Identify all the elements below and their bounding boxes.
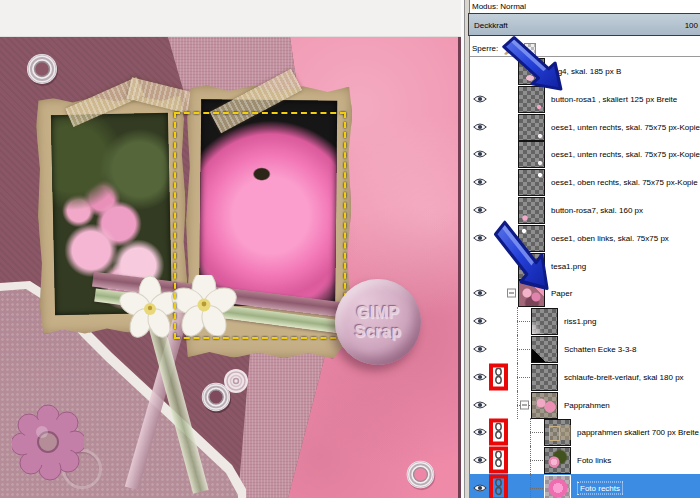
layer-name: Schatten Ecke 3-3-8: [564, 345, 636, 354]
opacity-label: Deckkraft: [474, 21, 508, 30]
eye-icon[interactable]: [473, 483, 488, 493]
eye-icon[interactable]: [473, 149, 488, 159]
gimp-screenshot: GIMP Scrap Modus:Normal Deckkraft 100 Sp…: [0, 0, 700, 498]
eye-icon[interactable]: [473, 344, 488, 354]
layer-name: Foto rechts: [577, 482, 623, 495]
annotation-red-box: [489, 447, 508, 474]
layer-thumbnail[interactable]: [518, 141, 545, 168]
layer-name: tesa1.png: [551, 261, 586, 270]
gimp-scrap-button: GIMP Scrap: [335, 279, 421, 365]
eye-icon-hidden[interactable]: [473, 261, 488, 271]
canvas-top-margin: [0, 0, 461, 37]
layer-name: riss1.png: [564, 317, 596, 326]
tree-connector: [517, 321, 530, 322]
layer-mode-label: Modus:: [472, 2, 498, 11]
layers-panel: Modus:Normal Deckkraft 100 Sperre: tag4,…: [461, 0, 700, 498]
chain-link-icon[interactable]: [494, 423, 503, 442]
tree-connector: [530, 460, 543, 461]
lock-label: Sperre:: [472, 44, 498, 53]
eye-icon[interactable]: [473, 205, 488, 215]
eyelet-ring: [23, 50, 61, 88]
panel-left-border: [461, 0, 470, 498]
eye-icon[interactable]: [473, 455, 488, 465]
layer-thumbnail[interactable]: [531, 364, 558, 391]
selection-marching-ants: [174, 112, 346, 339]
layer-row[interactable]: Schatten Ecke 3-3-8: [470, 335, 700, 363]
badge-line1: GIMP: [357, 304, 400, 322]
layer-thumbnail[interactable]: [531, 336, 558, 363]
layer-row[interactable]: Papprahmen: [470, 391, 700, 419]
layer-name: button-rosa1 , skaliert 125 px Breite: [551, 94, 677, 103]
layer-mode-row[interactable]: Modus:Normal: [472, 2, 528, 13]
badge-line2: Scrap: [355, 323, 402, 341]
tree-connector: [530, 488, 543, 489]
eye-icon-hidden[interactable]: [473, 66, 488, 76]
eye-icon[interactable]: [473, 400, 488, 410]
layer-name: Papprahmen: [564, 400, 610, 409]
eye-icon[interactable]: [473, 372, 488, 382]
layer-row[interactable]: Foto links: [470, 446, 700, 474]
layer-name: schlaufe-breit-verlauf, skal 180 px: [564, 372, 684, 381]
layer-name: button-rosa7, skal. 160 px: [551, 206, 643, 215]
eye-icon[interactable]: [473, 122, 488, 132]
layer-thumbnail[interactable]: [518, 114, 545, 141]
layer-name: oese1, unten rechts, skal. 75x75 px-Kopi…: [551, 150, 700, 159]
layer-row[interactable]: oese1, unten rechts, skal. 75x75 px-Kopi…: [470, 113, 700, 141]
annotation-red-box: [489, 475, 508, 498]
eye-icon[interactable]: [473, 177, 488, 187]
annotation-red-box: [489, 419, 508, 446]
chain-link-icon[interactable]: [494, 479, 503, 498]
annotation-arrow: [500, 34, 564, 92]
layer-name: oese1, oben links, skal. 75x75 px: [551, 233, 669, 242]
layer-row[interactable]: oese1, oben rechts, skal. 75x75 px-Kopie: [470, 168, 700, 196]
layer-name: oese1, unten rechts, skal. 75x75 px-Kopi…: [551, 122, 700, 131]
layer-name: oese1, oben rechts, skal. 75x75 px-Kopie: [551, 178, 698, 187]
layer-mode-value[interactable]: Normal: [500, 2, 526, 11]
flower-brad: [12, 402, 84, 492]
eye-icon[interactable]: [473, 94, 488, 104]
group-expander-icon[interactable]: [520, 400, 529, 409]
eye-icon[interactable]: [473, 316, 488, 326]
layer-thumbnail[interactable]: [531, 392, 558, 419]
canvas-area[interactable]: GIMP Scrap: [0, 0, 461, 498]
eyelet-ring: [198, 379, 234, 415]
layer-name: papprahmen skaliert 700 px Breite: [577, 428, 699, 437]
layer-thumbnail[interactable]: [544, 447, 571, 474]
eye-icon[interactable]: [473, 427, 488, 437]
layer-name: Foto links: [577, 456, 611, 465]
tree-connector: [517, 349, 530, 350]
layer-thumbnail[interactable]: [544, 419, 571, 446]
annotation-arrow: [492, 218, 550, 292]
layer-name: Paper: [551, 289, 572, 298]
tree-connector: [517, 377, 530, 378]
layer-thumbnail[interactable]: [531, 308, 558, 335]
layer-thumbnail[interactable]: [544, 475, 571, 498]
chain-link-icon[interactable]: [494, 367, 503, 386]
layer-row[interactable]: oese1, unten rechts, skal. 75x75 px-Kopi…: [470, 140, 700, 168]
eye-icon[interactable]: [473, 233, 488, 243]
tree-connector: [530, 474, 531, 498]
opacity-slider[interactable]: Deckkraft 100: [468, 13, 700, 36]
annotation-red-box: [489, 363, 508, 390]
eye-icon[interactable]: [473, 288, 488, 298]
layer-row[interactable]: schlaufe-breit-verlauf, skal 180 px: [470, 363, 700, 391]
chain-link-icon[interactable]: [494, 451, 503, 470]
eyelet-ring: [403, 457, 438, 492]
opacity-value: 100: [685, 21, 698, 30]
layer-thumbnail[interactable]: [518, 169, 545, 196]
layer-row[interactable]: papprahmen skaliert 700 px Breite: [470, 418, 700, 446]
layer-row[interactable]: Foto rechts: [470, 474, 700, 498]
scrapbook-artwork[interactable]: GIMP Scrap: [0, 37, 458, 498]
tree-connector: [530, 432, 543, 433]
layer-row[interactable]: riss1.png: [470, 307, 700, 335]
